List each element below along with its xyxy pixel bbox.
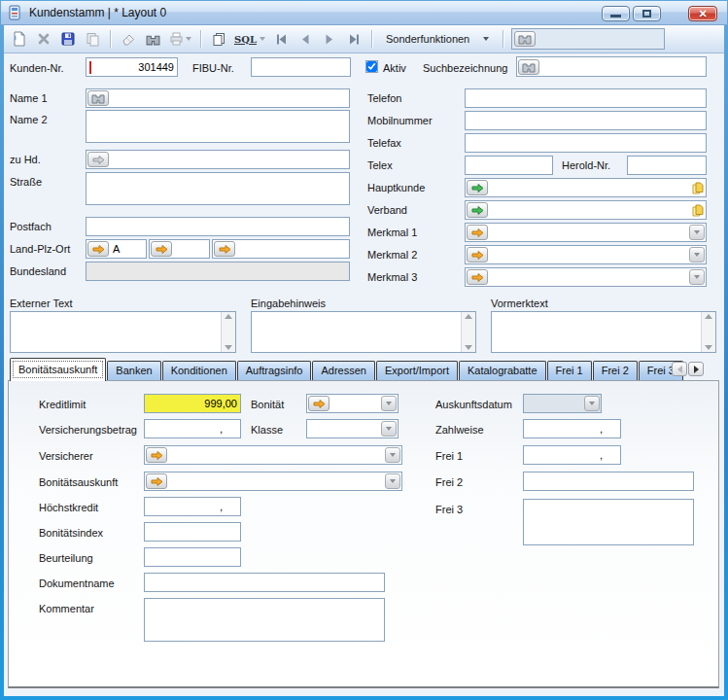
kreditlimit-field[interactable] [144,394,241,413]
merkmal1-field[interactable] [465,223,707,242]
klasse-dropdown-button[interactable] [381,421,397,437]
auskunftsdatum-field[interactable] [523,394,602,413]
plz-field[interactable] [149,239,210,259]
postfach-field[interactable] [86,217,350,236]
beurteilung-input[interactable] [145,548,240,566]
heroldnr-input[interactable] [628,157,706,174]
scrollbar[interactable] [461,312,475,352]
name1-search-button[interactable] [87,90,109,106]
scrollbar[interactable] [221,312,235,352]
scroll-down-icon[interactable] [705,345,712,350]
kundennr-field[interactable] [86,57,178,77]
tab-auftragsinfo[interactable]: Auftragsinfo [237,361,312,381]
maximize-button[interactable] [633,6,661,21]
quick-search-button[interactable] [514,31,536,47]
hauptkunde-field[interactable] [465,178,707,197]
plz-goto-button[interactable] [151,241,172,257]
merkmal3-dropdown-button[interactable] [689,269,705,285]
name1-field[interactable] [86,88,350,108]
scrollbar[interactable] [701,312,715,352]
nav-last-button[interactable] [344,29,364,49]
mobilnummer-field[interactable] [465,111,707,130]
dokumentname-field[interactable] [144,573,385,592]
zuhd-field[interactable] [86,150,350,169]
telefon-input[interactable] [466,89,706,107]
ort-input[interactable] [236,240,349,258]
ort-goto-button[interactable] [214,241,235,257]
duplicate-window-button[interactable] [209,29,228,49]
merkmal2-input[interactable] [489,246,688,263]
land-input[interactable] [110,240,146,258]
mobilnummer-input[interactable] [466,112,706,129]
verband-field[interactable] [465,200,707,220]
merkmal1-input[interactable] [489,224,688,241]
verband-input[interactable] [489,201,689,219]
aktiv-checkbox-input[interactable] [366,61,377,72]
tab-scroll-left-button[interactable] [672,362,687,376]
kommentar-input[interactable] [145,608,384,633]
merkmal2-field[interactable] [465,245,707,264]
eingabehinweis-field[interactable] [251,311,476,353]
merkmal1-goto-button[interactable] [467,225,488,240]
externer-text-input[interactable] [11,312,221,352]
bonitaet-dropdown-button[interactable] [381,396,397,411]
kundennr-input[interactable] [87,58,177,76]
nav-prev-button[interactable] [295,29,315,49]
verband-note-button[interactable] [691,204,704,217]
tab-bonitaetsauskunft[interactable]: Bonitätsauskunft [10,358,106,381]
tab-frei1[interactable]: Frei 1 [547,361,592,381]
versicherer-goto-button[interactable] [146,447,167,463]
beurteilung-field[interactable] [144,547,241,567]
fibunr-input[interactable] [252,58,350,76]
telex-field[interactable] [465,156,553,175]
postfach-input[interactable] [87,218,349,235]
telex-input[interactable] [466,157,552,174]
hauptkunde-goto-button[interactable] [467,180,488,195]
ort-field[interactable] [212,239,350,259]
copy-record-button[interactable] [83,29,102,49]
bonitaet-goto-button[interactable] [308,396,329,411]
kreditlimit-input[interactable] [145,395,240,412]
scroll-up-icon[interactable] [465,314,472,319]
scroll-down-icon[interactable] [465,345,472,350]
tab-adressen[interactable]: Adressen [312,361,374,381]
clear-button[interactable] [119,29,138,49]
merkmal3-input[interactable] [489,268,688,286]
name2-input[interactable] [87,114,349,139]
frei2-field[interactable] [523,472,694,491]
frei3-field[interactable] [523,499,694,545]
externer-text-field[interactable] [10,311,236,353]
name1-input[interactable] [110,89,349,107]
heroldnr-field[interactable] [627,156,707,175]
bonitaetsauskunft-dropdown-button[interactable] [385,473,400,489]
strasse-field[interactable] [86,172,350,205]
tab-konditionen[interactable]: Konditionen [162,361,236,381]
nav-first-button[interactable] [271,29,291,49]
zuhd-goto-button[interactable] [87,152,109,167]
auskunftsdatum-dropdown-button[interactable] [584,396,600,411]
bonitaetsauskunft-input[interactable] [168,472,384,490]
tab-scroll-right-button[interactable] [688,362,704,376]
hauptkunde-input[interactable] [489,179,689,196]
scroll-down-icon[interactable] [225,345,232,350]
hoechstkredit-input[interactable] [145,498,240,515]
klasse-input[interactable] [307,420,380,438]
bonitaet-input[interactable] [330,395,380,412]
klasse-field[interactable] [306,419,399,438]
frei3-input[interactable] [524,509,693,535]
kommentar-field[interactable] [144,598,385,642]
delete-record-button[interactable] [34,29,53,49]
scroll-up-icon[interactable] [225,314,232,319]
tab-katalograbatte[interactable]: Katalograbatte [459,361,546,381]
suchbezeichnung-field[interactable] [516,56,707,77]
fibunr-field[interactable] [251,57,351,77]
plz-input[interactable] [173,240,209,258]
scroll-up-icon[interactable] [705,314,712,319]
telefon-field[interactable] [465,88,707,108]
telefax-field[interactable] [465,133,707,153]
verband-goto-button[interactable] [467,202,488,218]
frei2-input[interactable] [524,472,693,490]
minimize-button[interactable] [602,6,630,21]
sql-button[interactable]: SQL [233,29,266,49]
tab-frei2[interactable]: Frei 2 [593,361,638,381]
